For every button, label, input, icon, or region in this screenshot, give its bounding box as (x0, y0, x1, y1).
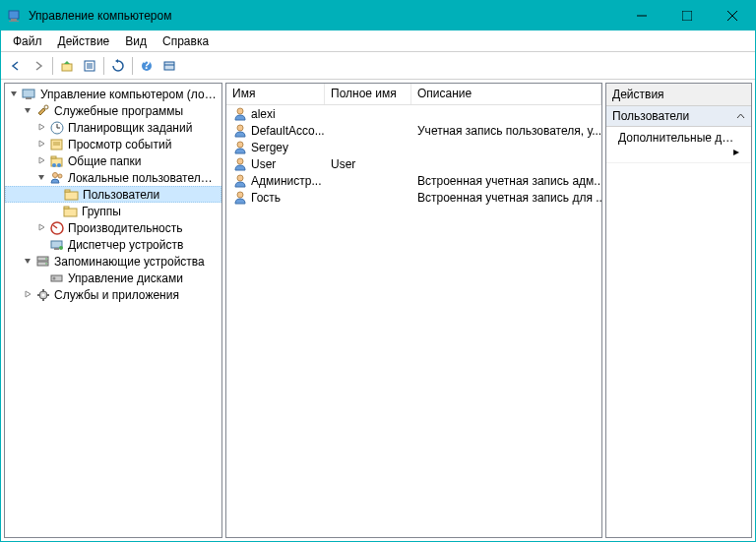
tree-body: Управление компьютером (локальным) Служе… (5, 84, 221, 305)
svg-rect-4 (682, 11, 692, 21)
folder-icon (63, 204, 79, 219)
svg-rect-49 (42, 298, 44, 301)
refresh-button[interactable] (107, 55, 129, 77)
tree-label: Группы (82, 205, 121, 218)
tree-device-manager[interactable]: Диспетчер устройств (5, 236, 221, 253)
toolbar-separator (103, 57, 104, 75)
tree-performance[interactable]: Производительность (5, 219, 221, 236)
column-fullname[interactable]: Полное имя (325, 84, 411, 104)
back-button[interactable] (5, 55, 27, 77)
svg-rect-26 (51, 156, 56, 158)
computer-icon (22, 87, 37, 102)
column-name[interactable]: Имя (226, 84, 325, 104)
tree-groups[interactable]: Группы (5, 203, 221, 219)
twisty-blank (36, 239, 47, 250)
tree-local-users-groups[interactable]: Локальные пользователи и группы (5, 169, 221, 186)
device-icon (49, 237, 65, 253)
minimize-button[interactable] (619, 1, 664, 30)
user-icon (232, 106, 248, 122)
tree-users[interactable]: Пользователи (5, 186, 221, 203)
cell-name: User (226, 156, 325, 172)
users-group-icon (49, 170, 65, 186)
actions-more[interactable]: Дополнительные дей... ▸ (606, 127, 751, 163)
expand-icon[interactable] (36, 139, 47, 150)
cell-fullname: User (325, 157, 411, 171)
tree-disk-management[interactable]: Управление дисками (5, 270, 221, 286)
tree-event-viewer[interactable]: Просмотр событий (5, 136, 221, 152)
svg-point-47 (42, 293, 45, 296)
list-row[interactable]: ГостьВстроенная учетная запись для ... (226, 189, 601, 206)
tree-shared-folders[interactable]: Общие папки (5, 152, 221, 169)
svg-rect-7 (62, 64, 72, 71)
menu-help[interactable]: Справка (155, 32, 217, 50)
list-row[interactable]: Sergey (226, 139, 601, 155)
expand-icon[interactable] (36, 155, 47, 166)
disk-icon (49, 271, 65, 286)
svg-point-53 (237, 125, 243, 131)
tree-services-apps[interactable]: Службы и приложения (5, 286, 221, 303)
actions-pane: Действия Пользователи Дополнительные дей… (605, 83, 752, 538)
cell-name: DefaultAcco... (226, 123, 325, 139)
tools-icon (35, 103, 51, 119)
tree-label: Общие папки (68, 154, 141, 168)
cell-description: Учетная запись пользователя, у... (411, 124, 601, 138)
expand-icon[interactable] (36, 222, 47, 233)
svg-point-55 (237, 158, 243, 164)
tree-label: Просмотр событий (68, 138, 171, 151)
tree-storage[interactable]: Запоминающие устройства (5, 253, 221, 270)
tree-label: Службы и приложения (54, 288, 179, 302)
cell-name: alexi (226, 106, 325, 122)
user-icon (232, 140, 248, 155)
storage-icon (35, 254, 51, 270)
svg-rect-16 (23, 90, 34, 97)
tree-label: Локальные пользователи и группы (68, 171, 218, 185)
expand-icon[interactable] (36, 122, 47, 133)
titlebar: Управление компьютером (1, 1, 755, 30)
user-name-label: Sergey (251, 141, 288, 154)
list-row[interactable]: UserUser (226, 155, 601, 172)
tree-task-scheduler[interactable]: Планировщик заданий (5, 119, 221, 136)
menu-action[interactable]: Действие (50, 32, 118, 50)
help-button[interactable]: ? (136, 55, 158, 77)
tree-label: Служебные программы (54, 104, 183, 118)
collapse-icon[interactable] (23, 105, 33, 116)
svg-rect-0 (9, 11, 19, 19)
expand-icon[interactable] (23, 289, 33, 300)
list-row[interactable]: alexi (226, 105, 601, 122)
svg-rect-51 (46, 294, 49, 296)
maximize-button[interactable] (664, 1, 710, 30)
list-row[interactable]: Администр...Встроенная учетная запись ад… (226, 172, 601, 189)
list-row[interactable]: DefaultAcco...Учетная запись пользовател… (226, 122, 601, 139)
up-button[interactable] (56, 55, 78, 77)
close-button[interactable] (710, 1, 755, 30)
forward-button[interactable] (28, 55, 49, 77)
collapse-icon[interactable] (36, 172, 47, 183)
collapse-icon[interactable] (9, 89, 20, 99)
svg-rect-33 (64, 209, 77, 216)
column-description[interactable]: Описание (411, 84, 601, 104)
cell-description: Встроенная учетная запись для ... (411, 191, 601, 205)
collapse-icon[interactable] (23, 256, 33, 267)
twisty-blank (36, 272, 47, 283)
event-icon (49, 137, 65, 152)
svg-point-39 (59, 246, 63, 250)
properties-button[interactable] (79, 55, 100, 77)
svg-point-45 (53, 276, 56, 279)
tree-system-tools[interactable]: Служебные программы (5, 102, 221, 119)
shared-folder-icon (49, 153, 65, 169)
folder-icon (64, 187, 80, 203)
svg-point-18 (44, 105, 48, 109)
view-button[interactable] (158, 55, 180, 77)
cell-name: Sergey (226, 140, 325, 155)
svg-point-29 (53, 172, 58, 177)
svg-rect-34 (64, 207, 69, 209)
menu-file[interactable]: Файл (5, 32, 50, 50)
user-icon (232, 173, 248, 189)
svg-point-56 (237, 175, 243, 181)
svg-rect-31 (65, 192, 78, 200)
tree-root[interactable]: Управление компьютером (локальным) (5, 86, 221, 102)
user-name-label: Гость (251, 191, 281, 205)
menu-view[interactable]: Вид (117, 32, 155, 50)
collapse-icon (736, 112, 745, 121)
actions-section[interactable]: Пользователи (606, 106, 751, 127)
